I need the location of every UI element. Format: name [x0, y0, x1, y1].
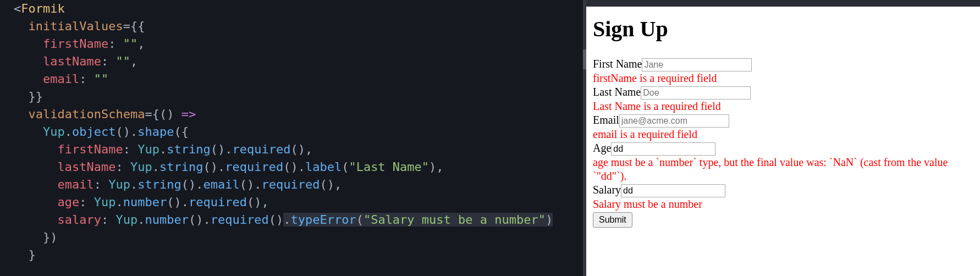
salary-input[interactable] — [621, 184, 725, 197]
code-method: object — [72, 125, 115, 139]
code-class-yup: Yup — [43, 125, 65, 139]
code-method: label — [305, 160, 342, 174]
first-name-label: First Name — [593, 58, 642, 70]
preview-pane: Sign Up First Name firstName is a requir… — [586, 0, 980, 276]
code-tag-formik: Formik — [21, 2, 64, 15]
code-string: "" — [94, 72, 109, 86]
code-class-yup: Yup — [94, 195, 116, 209]
code-attr-initialValues: initialValues — [29, 19, 123, 33]
age-label: Age — [593, 142, 611, 154]
pane-divider[interactable] — [583, 0, 586, 276]
submit-button[interactable]: Submit — [593, 212, 632, 228]
email-label: Email — [593, 114, 619, 126]
code-method: string — [137, 178, 181, 191]
code-class-yup: Yup — [115, 213, 137, 227]
last-name-label: Last Name — [593, 86, 641, 98]
divider-thumb[interactable] — [583, 49, 586, 69]
code-method: shape — [137, 125, 174, 139]
last-name-input[interactable] — [641, 86, 751, 100]
code-method: required — [211, 213, 269, 227]
code-class-yup: Yup — [137, 142, 159, 156]
code-method: number — [145, 213, 188, 227]
code-method: number — [123, 195, 167, 209]
code-prop: firstName — [57, 142, 123, 156]
first-name-error: firstName is a required field — [593, 71, 975, 85]
code-string: "" — [115, 54, 130, 68]
code-method: typeError — [290, 213, 356, 227]
code-editor[interactable]: <Formik initialValues={{ firstName: "", … — [0, 0, 583, 276]
salary-error: Salary must be a number — [593, 197, 975, 211]
age-input[interactable] — [611, 142, 715, 156]
code-attr-validationSchema: validationSchema — [29, 107, 145, 121]
salary-label: Salary — [593, 184, 621, 196]
code-prop: email — [43, 72, 79, 86]
preview-top-bar — [583, 0, 980, 7]
code-prop: salary — [57, 213, 101, 227]
code-method: required — [261, 178, 320, 191]
code-prop: age — [57, 195, 79, 209]
code-string: "" — [123, 37, 138, 51]
code-string: "Salary must be a number" — [364, 213, 546, 227]
code-method: string — [159, 160, 203, 174]
page-title: Sign Up — [593, 15, 975, 43]
code-method: required — [225, 160, 283, 174]
code-string: "Last Name" — [349, 160, 429, 174]
code-prop: firstName — [43, 37, 108, 51]
code-method: required — [232, 142, 290, 156]
code-prop: email — [57, 178, 93, 191]
email-input[interactable] — [619, 114, 729, 128]
code-method: required — [189, 195, 247, 209]
last-name-error: Last Name is a required field — [593, 100, 975, 113]
email-error: email is a required field — [593, 128, 975, 141]
age-error: age must be a `number` type, but the fin… — [593, 156, 975, 183]
code-method: email — [203, 178, 239, 191]
code-class-yup: Yup — [108, 178, 130, 191]
first-name-input[interactable] — [642, 58, 752, 71]
code-class-yup: Yup — [130, 160, 152, 174]
code-method: string — [167, 142, 210, 156]
code-prop: lastName — [43, 54, 101, 68]
code-prop: lastName — [57, 160, 115, 174]
